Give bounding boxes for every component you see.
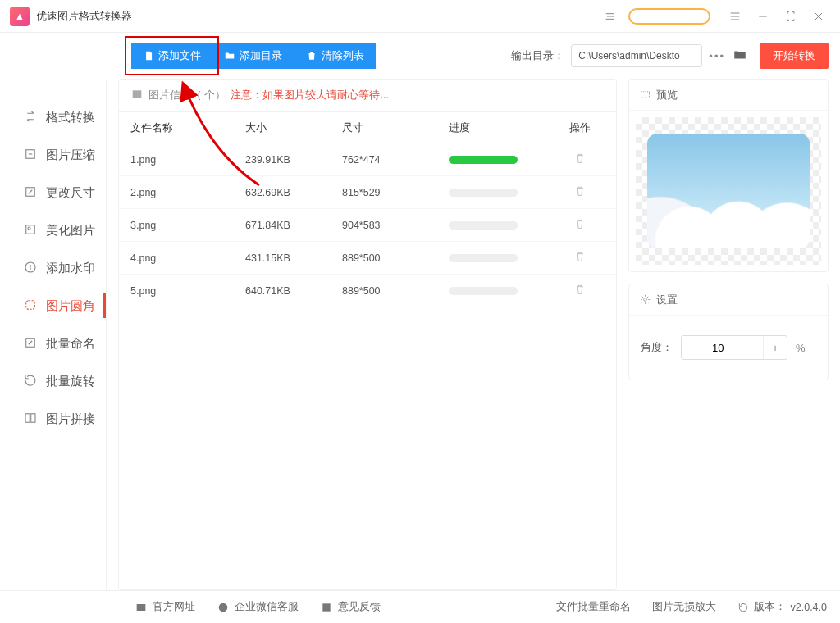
cell-size: 632.69KB: [245, 187, 342, 198]
cell-name: 1.png: [130, 154, 245, 166]
table-row[interactable]: 3.png671.84KB904*583: [119, 209, 616, 242]
sidebar-item-compress[interactable]: 图片压缩: [0, 136, 106, 174]
account-pill[interactable]: [628, 8, 710, 25]
cell-size: 239.91KB: [245, 154, 342, 166]
watermark-icon: [23, 260, 38, 277]
sidebar-item-resize[interactable]: 更改尺寸: [0, 174, 106, 211]
th-name: 文件名称: [130, 121, 245, 135]
sidebar-item-label: 更改尺寸: [46, 185, 95, 201]
settings-title: 设置: [656, 293, 678, 307]
svg-rect-9: [133, 90, 142, 98]
table-row[interactable]: 2.png632.69KB815*529: [119, 176, 616, 209]
delete-icon[interactable]: [573, 221, 587, 233]
minimize-icon[interactable]: [751, 5, 774, 28]
cell-dim: 889*500: [342, 252, 449, 264]
info-notice: 注意：如果图片较大请耐心等待...: [231, 89, 388, 102]
sidebar-item-label: 图片压缩: [46, 148, 95, 163]
th-prog: 进度: [449, 121, 555, 135]
table-row[interactable]: 4.png431.15KB889*500: [119, 242, 616, 275]
svg-rect-10: [641, 92, 650, 98]
table-header: 文件名称 大小 尺寸 进度 操作: [119, 112, 616, 143]
cell-name: 3.png: [130, 220, 245, 231]
menu-icon[interactable]: [724, 5, 746, 28]
rounded-icon: [23, 298, 38, 315]
angle-stepper: − +: [681, 335, 788, 360]
angle-input[interactable]: [705, 336, 764, 359]
progress-bar: [449, 156, 518, 164]
toolbar: 添加文件 添加目录 清除列表 输出目录： ••• 开始转换: [0, 33, 840, 79]
angle-decrease[interactable]: −: [682, 342, 705, 354]
outdir-input[interactable]: [571, 44, 702, 67]
clear-list-button[interactable]: 清除列表: [294, 43, 376, 69]
svg-rect-7: [25, 413, 30, 422]
convert-icon: [23, 109, 38, 126]
progress-bar: [449, 254, 518, 262]
start-button[interactable]: 开始转换: [760, 43, 829, 69]
folder-icon: [224, 50, 235, 61]
gear-icon: [639, 293, 651, 306]
sidebar-item-label: 美化图片: [46, 223, 95, 239]
preview-icon: [639, 89, 651, 101]
svg-rect-5: [26, 300, 35, 309]
table-row[interactable]: 1.png239.91KB762*474: [119, 143, 616, 176]
delete-icon[interactable]: [573, 189, 587, 200]
cell-prog: [449, 156, 555, 164]
th-dim: 尺寸: [342, 121, 449, 135]
start-label: 开始转换: [773, 48, 815, 63]
svg-point-13: [219, 603, 228, 612]
sidebar-item-beautify[interactable]: 美化图片: [0, 211, 106, 249]
image-icon: [130, 88, 148, 103]
cell-size: 640.71KB: [245, 285, 342, 297]
sidebar-item-label: 批量命名: [46, 336, 95, 352]
cell-name: 2.png: [130, 187, 245, 198]
app-logo-icon: ▲: [10, 7, 30, 26]
footer-version[interactable]: 版本：v2.0.4.0: [737, 600, 827, 614]
svg-rect-2: [26, 225, 35, 234]
close-icon[interactable]: [807, 5, 830, 28]
cell-prog: [449, 254, 555, 262]
delete-icon[interactable]: [573, 156, 587, 167]
footer-batch-rename[interactable]: 文件批量重命名: [556, 600, 631, 614]
open-folder-icon[interactable]: [732, 48, 748, 65]
sidebar-item-watermark[interactable]: 添加水印: [0, 249, 106, 287]
preview-title: 预览: [656, 88, 678, 102]
table-row[interactable]: 5.png640.71KB889*500: [119, 275, 616, 307]
sidebar-item-rotate[interactable]: 批量旋转: [0, 362, 106, 400]
footer-site[interactable]: 官方网址: [135, 600, 195, 614]
angle-label: 角度：: [641, 340, 673, 355]
maximize-icon[interactable]: [779, 5, 802, 28]
sidebar-item-format[interactable]: 格式转换: [0, 98, 106, 136]
footer-wechat[interactable]: 企业微信客服: [217, 600, 299, 614]
progress-bar: [449, 221, 518, 230]
add-dir-button[interactable]: 添加目录: [212, 43, 294, 69]
rotate-icon: [23, 373, 38, 390]
sidebar-item-stitch[interactable]: 图片拼接: [0, 400, 106, 438]
sidebar-item-label: 图片拼接: [46, 412, 95, 427]
progress-bar: [449, 287, 518, 295]
preview-image: [647, 134, 810, 248]
add-file-button[interactable]: 添加文件: [131, 43, 212, 69]
cell-dim: 904*583: [342, 220, 449, 231]
delete-icon[interactable]: [573, 287, 587, 298]
sidebar-item-rename[interactable]: 批量命名: [0, 325, 106, 362]
delete-icon[interactable]: [573, 254, 587, 266]
th-size: 大小: [245, 121, 342, 135]
s-icon: [602, 5, 619, 28]
svg-point-3: [28, 227, 30, 230]
settings-panel: 设置 角度： − + %: [628, 284, 829, 380]
add-dir-label: 添加目录: [240, 48, 282, 63]
cell-size: 431.15KB: [245, 252, 342, 264]
footer-feedback[interactable]: 意见反馈: [320, 600, 381, 614]
sidebar-item-label: 添加水印: [46, 261, 95, 276]
sidebar-item-rounded[interactable]: 图片圆角: [0, 287, 106, 325]
cell-name: 5.png: [130, 285, 245, 297]
clear-list-label: 清除列表: [322, 48, 364, 63]
angle-unit: %: [796, 342, 806, 354]
browse-button[interactable]: •••: [709, 50, 725, 62]
cell-size: 671.84KB: [245, 220, 342, 231]
angle-increase[interactable]: +: [764, 342, 787, 354]
cell-name: 4.png: [130, 252, 245, 264]
footer-lossless[interactable]: 图片无损放大: [652, 600, 716, 614]
sidebar-item-label: 格式转换: [46, 110, 95, 125]
outdir-label: 输出目录：: [511, 48, 564, 63]
